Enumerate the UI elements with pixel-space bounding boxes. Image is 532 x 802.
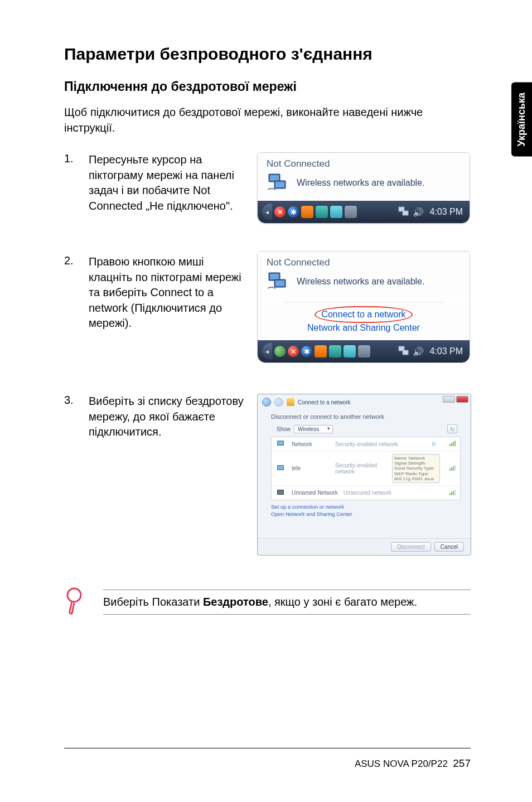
tray2-network-icon[interactable] bbox=[398, 345, 410, 357]
svg-rect-11 bbox=[403, 350, 408, 355]
step-1-screenshot: Not Connected Wireless networks are bbox=[257, 152, 470, 224]
signal-bars-icon bbox=[446, 490, 456, 496]
step-3-text: Виберіть зі списку бездротову мережу, до… bbox=[89, 394, 250, 440]
svg-rect-7 bbox=[270, 274, 279, 279]
tray-teal-icon[interactable] bbox=[316, 206, 328, 218]
tray2-status-red-icon[interactable]: ✕ bbox=[288, 346, 299, 357]
cancel-button[interactable]: Cancel bbox=[434, 542, 464, 552]
step-3: 3. Виберіть зі списку бездротову мережу,… bbox=[64, 394, 471, 555]
connect-button[interactable]: Disconnect bbox=[391, 542, 431, 552]
refresh-button[interactable]: ↻ bbox=[447, 424, 457, 433]
network-item-icon bbox=[276, 440, 286, 448]
network-monitors-icon-2 bbox=[267, 272, 289, 292]
network-row[interactable]: Unnamed Network Unsecured network bbox=[272, 486, 460, 500]
flyout-message: Wireless networks are available. bbox=[297, 178, 424, 188]
network-row[interactable]: tele Security-enabled network Name: Netw… bbox=[272, 451, 460, 486]
dialog-subheader: Disconnect or connect to another network bbox=[258, 409, 471, 423]
context-menu: Connect to a network Network and Sharing… bbox=[258, 302, 470, 340]
link-open-sharing-center[interactable]: Open Network and Sharing Center bbox=[271, 511, 457, 518]
network-type: Security-enabled network bbox=[335, 441, 427, 447]
show-label: Show bbox=[277, 426, 291, 432]
language-side-tab: Українська bbox=[511, 83, 532, 157]
dialog-title: Connect to a network bbox=[298, 399, 351, 405]
section-heading: Підключення до бездротової мережі bbox=[64, 79, 471, 94]
link-setup-connection[interactable]: Set up a connection or network bbox=[271, 504, 457, 511]
system-tray-2: ◄ ✕ ✱ 🔊 4:03 PM bbox=[258, 340, 470, 363]
system-tray: ◄ ✕ ✱ 🔊 4:03 PM bbox=[258, 201, 470, 223]
back-button[interactable] bbox=[262, 398, 271, 407]
flyout2-title: Not Connected bbox=[267, 257, 461, 268]
flyout2-message: Wireless networks are available. bbox=[297, 277, 424, 287]
network-type: Unsecured network bbox=[344, 490, 440, 496]
network-row[interactable]: Network Security-enabled network ⎘ bbox=[272, 437, 460, 451]
flyout-with-context-menu: Not Connected Wireless networks are bbox=[257, 251, 470, 363]
step-2-number: 2. bbox=[64, 254, 89, 267]
tray-expand-arrow-icon[interactable]: ◄ bbox=[262, 204, 272, 220]
network-list: Network Security-enabled network ⎘ tele … bbox=[271, 437, 461, 500]
step-3-number: 3. bbox=[64, 394, 89, 407]
dialog-titlebar-buttons bbox=[443, 396, 468, 403]
tray2-cyan-icon[interactable] bbox=[344, 345, 356, 357]
svg-rect-5 bbox=[403, 211, 408, 215]
tip-text: Виберіть Показати Бездротове, якщо у зон… bbox=[103, 590, 471, 615]
minimize-button[interactable] bbox=[443, 396, 455, 403]
network-name: tele bbox=[292, 465, 330, 471]
tray-gray-icon[interactable] bbox=[345, 206, 357, 218]
tray-bluetooth-icon[interactable]: ✱ bbox=[288, 206, 299, 218]
tray-status-red-icon[interactable]: ✕ bbox=[274, 206, 286, 218]
forward-button[interactable] bbox=[274, 398, 283, 407]
close-button[interactable] bbox=[456, 396, 468, 403]
svg-rect-1 bbox=[270, 175, 279, 181]
step-2: 2. Правою кнопкою миші клацніть по пікто… bbox=[64, 254, 471, 363]
network-name: Unnamed Network bbox=[292, 490, 338, 496]
step-1: 1. Пересуньте курсор на піктограму мереж… bbox=[64, 152, 471, 224]
svg-rect-9 bbox=[275, 281, 284, 286]
step-1-number: 1. bbox=[64, 152, 89, 165]
flyout-title: Not Connected bbox=[267, 158, 461, 170]
tray-volume-icon[interactable]: 🔊 bbox=[413, 206, 424, 218]
network-item-icon bbox=[276, 465, 286, 472]
tray-cyan-icon[interactable] bbox=[330, 206, 342, 218]
connect-to-network-dialog: Connect to a network Disconnect or conne… bbox=[257, 394, 471, 555]
footer-rule bbox=[64, 748, 471, 748]
tray-network-icon[interactable] bbox=[398, 206, 410, 218]
network-type: Security-enabled network bbox=[335, 462, 386, 475]
ctx-network-sharing-center[interactable]: Network and Sharing Center bbox=[307, 321, 420, 335]
svg-point-12 bbox=[67, 588, 81, 602]
signal-bars-icon bbox=[446, 465, 456, 472]
tray2-green-icon[interactable] bbox=[274, 346, 286, 357]
step-1-text: Пересуньте курсор на піктограму мережі н… bbox=[89, 152, 250, 214]
svg-rect-3 bbox=[275, 182, 284, 187]
intro-paragraph: Щоб підключитися до бездротової мережі, … bbox=[64, 104, 471, 136]
connected-indicator-icon: ⎘ bbox=[432, 441, 440, 447]
tray2-orange-icon[interactable] bbox=[315, 345, 327, 357]
tray2-gray-icon[interactable] bbox=[358, 345, 370, 357]
tray2-bluetooth-icon[interactable]: ✱ bbox=[301, 346, 312, 357]
page-footer: ASUS NOVA P20/P22 257 bbox=[355, 757, 471, 770]
tray2-teal-icon[interactable] bbox=[329, 345, 341, 357]
network-item-icon bbox=[276, 489, 286, 497]
footer-page-number: 257 bbox=[453, 757, 471, 769]
step-2-text: Правою кнопкою миші клацніть по піктогра… bbox=[89, 254, 250, 331]
tray-clock[interactable]: 4:03 PM bbox=[426, 207, 465, 217]
step-3-screenshot: Connect to a network Disconnect or conne… bbox=[257, 394, 471, 555]
ctx-connect-to-network[interactable]: Connect to a network bbox=[321, 308, 405, 321]
footer-product: ASUS NOVA P20/P22 bbox=[355, 758, 448, 769]
network-monitors-icon bbox=[267, 173, 289, 193]
dialog-header-icon bbox=[287, 398, 294, 406]
flyout-not-connected: Not Connected Wireless networks are bbox=[257, 152, 470, 224]
tray2-expand-arrow-icon[interactable]: ◄ bbox=[262, 343, 272, 360]
tray2-clock[interactable]: 4:03 PM bbox=[426, 346, 465, 356]
tip-note: Виберіть Показати Бездротове, якщо у зон… bbox=[64, 586, 471, 617]
page-heading: Параметри безпроводного з'єднання bbox=[64, 45, 471, 64]
network-name: Network bbox=[292, 441, 330, 447]
signal-bars-icon bbox=[446, 441, 456, 447]
tray-orange-icon[interactable] bbox=[301, 206, 313, 218]
step-2-screenshot: Not Connected Wireless networks are bbox=[257, 254, 470, 363]
show-select[interactable]: Wireless bbox=[294, 425, 333, 433]
network-tooltip: Name: Network Signal Strength: Good Secu… bbox=[392, 454, 440, 483]
tray2-volume-icon[interactable]: 🔊 bbox=[413, 346, 424, 357]
magnifying-glass-icon bbox=[64, 586, 86, 617]
